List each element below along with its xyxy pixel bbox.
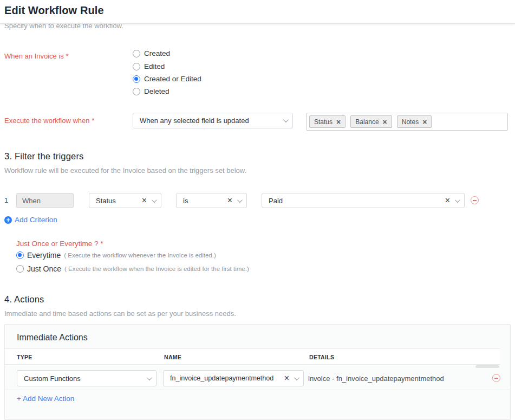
immediate-actions-panel: Immediate Actions TYPE NAME DETAILS Cust… [4,324,511,420]
criterion-comparator-value: is [183,197,227,205]
action-name-select[interactable]: fn_invoice_updatepaymentmethod × [163,370,304,386]
action-type-select[interactable]: Custom Functions [17,370,157,386]
chevron-down-icon [237,197,243,203]
field-chip-balance[interactable]: Balance × [350,115,392,128]
criterion-value: Paid [269,197,445,205]
criterion-value-select[interactable]: Paid × [262,193,465,208]
radio-icon[interactable] [133,50,140,57]
horizontal-scrollbar-thumb[interactable] [475,365,499,368]
actions-table-header: TYPE NAME DETAILS [5,348,500,365]
remove-chip-icon[interactable]: × [383,118,387,126]
radio-note: ( Execute the workflow whenever the Invo… [64,252,216,259]
criterion-index: 1 [4,196,8,204]
filter-section-description: Workflow rule will be executed for the I… [4,166,246,175]
criterion-comparator-select[interactable]: is × [176,193,247,208]
chevron-down-icon [147,375,152,380]
action-name-value: fn_invoice_updatepaymentmethod [170,374,284,382]
field-chip-status[interactable]: Status × [309,115,345,128]
radio-edited[interactable]: Edited [133,62,165,70]
immediate-actions-title: Immediate Actions [17,333,88,343]
clear-icon[interactable]: × [284,374,289,383]
column-header-details: DETAILS [309,354,334,360]
clear-icon[interactable]: × [445,196,450,205]
criterion-field-value: Status [96,197,142,205]
execute-when-select[interactable]: When any selected field is updated [133,113,293,128]
remove-chip-icon[interactable]: × [422,118,427,126]
criterion-field-select[interactable]: Status × [89,193,161,208]
radio-note: ( Execute the workflow when the Invoice … [64,266,249,272]
filter-section-heading: 3. Filter the triggers [4,151,84,161]
field-chip-notes[interactable]: Notes × [397,115,432,128]
execute-when-value: When any selected field is updated [140,117,283,125]
plus-circle-icon: + [4,216,12,224]
radio-icon-checked[interactable] [16,251,24,259]
page-title: Edit Workflow Rule [4,4,104,17]
radio-created-or-edited[interactable]: Created or Edited [133,75,201,83]
radio-label: Deleted [144,87,170,95]
remove-criterion-icon[interactable] [471,196,479,204]
radio-label: Created or Edited [144,75,201,83]
frequency-label: Just Once or Everytime ? * [16,240,103,248]
radio-icon[interactable] [133,88,140,95]
radio-label: Created [144,49,170,57]
radio-icon[interactable] [16,265,24,273]
radio-label: Edited [144,62,165,70]
chip-label: Status [314,118,333,126]
add-criterion-button[interactable]: + Add Criterion [4,216,57,224]
column-header-name: NAME [164,354,181,360]
add-new-action-button[interactable]: + Add New Action [17,395,74,403]
radio-just-once[interactable]: Just Once ( Execute the workflow when th… [16,264,249,273]
radio-everytime[interactable]: Everytime ( Execute the workflow wheneve… [16,251,216,260]
radio-icon-checked[interactable] [133,75,140,83]
radio-deleted[interactable]: Deleted [133,87,170,95]
column-header-type: TYPE [17,354,32,360]
trigger-label: When an Invoice is * [4,52,69,60]
chevron-down-icon [152,197,157,203]
chevron-down-icon [294,375,299,380]
clear-icon[interactable]: × [142,196,147,205]
page-header: Edit Workflow Rule [0,0,515,24]
remove-action-icon[interactable] [492,374,500,382]
radio-label: Just Once [27,264,61,273]
remove-chip-icon[interactable]: × [336,118,341,126]
action-type-value: Custom Functions [24,374,147,383]
actions-section-heading: 4. Actions [4,294,44,305]
clear-icon[interactable]: × [227,196,232,205]
radio-created[interactable]: Created [133,49,170,57]
chip-label: Balance [355,118,379,126]
row-divider [5,390,510,390]
execute-when-label: Execute the workflow when * [4,117,94,125]
chip-label: Notes [402,118,419,126]
radio-icon[interactable] [133,63,140,70]
criterion-prefix-input: When [16,193,74,208]
action-details-text: invoice - fn_invoice_updatepaymentmethod [308,374,444,383]
radio-label: Everytime [27,251,61,260]
actions-section-description: Immediate and time based actions can be … [4,309,236,318]
chevron-down-icon [455,197,460,203]
chevron-down-icon [283,117,289,122]
fields-multiselect[interactable]: Status × Balance × Notes × [306,113,508,131]
add-criterion-label: Add Criterion [15,216,57,224]
